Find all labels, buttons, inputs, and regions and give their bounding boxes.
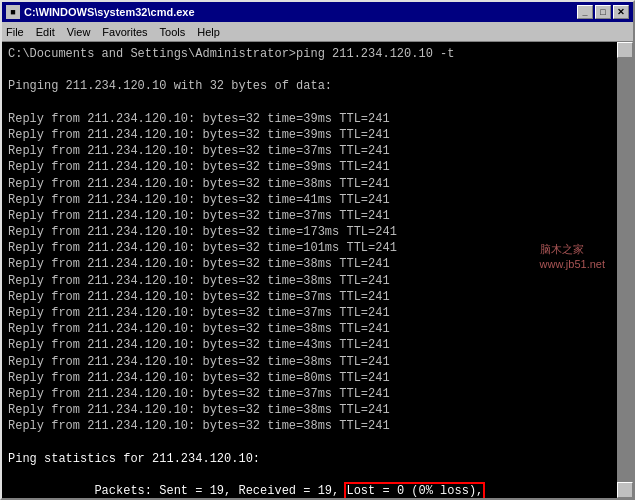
cmd-window: ■ C:\WINDOWS\system32\cmd.exe _ □ ✕ File…	[0, 0, 635, 500]
menu-favorites[interactable]: Favorites	[102, 26, 147, 38]
reply-line-2: Reply from 211.234.120.10: bytes=32 time…	[8, 127, 627, 143]
terminal-line	[8, 95, 627, 111]
terminal-blank	[8, 435, 627, 451]
watermark-line2: www.jb51.net	[540, 257, 605, 272]
cmd-icon: ■	[6, 5, 20, 19]
reply-line-10: Reply from 211.234.120.10: bytes=32 time…	[8, 256, 627, 272]
reply-line-14: Reply from 211.234.120.10: bytes=32 time…	[8, 321, 627, 337]
reply-line-8: Reply from 211.234.120.10: bytes=32 time…	[8, 224, 627, 240]
menu-file[interactable]: File	[6, 26, 24, 38]
reply-line-20: Reply from 211.234.120.10: bytes=32 time…	[8, 418, 627, 434]
reply-line-16: Reply from 211.234.120.10: bytes=32 time…	[8, 354, 627, 370]
title-bar: ■ C:\WINDOWS\system32\cmd.exe _ □ ✕	[2, 2, 633, 22]
scroll-track	[617, 58, 633, 482]
reply-line-13: Reply from 211.234.120.10: bytes=32 time…	[8, 305, 627, 321]
window-title: C:\WINDOWS\system32\cmd.exe	[24, 6, 195, 18]
reply-line-19: Reply from 211.234.120.10: bytes=32 time…	[8, 402, 627, 418]
menu-edit[interactable]: Edit	[36, 26, 55, 38]
reply-line-9: Reply from 211.234.120.10: bytes=32 time…	[8, 240, 627, 256]
reply-line-3: Reply from 211.234.120.10: bytes=32 time…	[8, 143, 627, 159]
maximize-button[interactable]: □	[595, 5, 611, 19]
reply-line-7: Reply from 211.234.120.10: bytes=32 time…	[8, 208, 627, 224]
scrollbar[interactable]: ▲ ▼	[617, 42, 633, 498]
menu-view[interactable]: View	[67, 26, 91, 38]
menu-help[interactable]: Help	[197, 26, 220, 38]
menu-bar: File Edit View Favorites Tools Help	[2, 22, 633, 42]
reply-line-4: Reply from 211.234.120.10: bytes=32 time…	[8, 159, 627, 175]
close-button[interactable]: ✕	[613, 5, 629, 19]
reply-line-11: Reply from 211.234.120.10: bytes=32 time…	[8, 273, 627, 289]
minimize-button[interactable]: _	[577, 5, 593, 19]
menu-tools[interactable]: Tools	[160, 26, 186, 38]
terminal-line	[8, 62, 627, 78]
reply-line-17: Reply from 211.234.120.10: bytes=32 time…	[8, 370, 627, 386]
terminal-content: C:\Documents and Settings\Administrator>…	[8, 46, 627, 498]
reply-line-5: Reply from 211.234.120.10: bytes=32 time…	[8, 176, 627, 192]
terminal-area: C:\Documents and Settings\Administrator>…	[2, 42, 633, 498]
terminal-line: Pinging 211.234.120.10 with 32 bytes of …	[8, 78, 627, 94]
lost-highlight: Lost = 0 (0% loss),	[346, 484, 483, 498]
title-bar-buttons: _ □ ✕	[577, 5, 629, 19]
ping-stats-packets: Packets: Sent = 19, Received = 19, Lost …	[8, 467, 627, 498]
reply-line-15: Reply from 211.234.120.10: bytes=32 time…	[8, 337, 627, 353]
scroll-down-button[interactable]: ▼	[617, 482, 633, 498]
watermark-line1: 脑木之家	[540, 242, 605, 257]
reply-line-6: Reply from 211.234.120.10: bytes=32 time…	[8, 192, 627, 208]
terminal-line: C:\Documents and Settings\Administrator>…	[8, 46, 627, 62]
packets-text: Packets: Sent = 19, Received = 19,	[66, 484, 347, 498]
reply-line-18: Reply from 211.234.120.10: bytes=32 time…	[8, 386, 627, 402]
reply-line-12: Reply from 211.234.120.10: bytes=32 time…	[8, 289, 627, 305]
watermark: 脑木之家 www.jb51.net	[540, 242, 605, 273]
ping-stats-header: Ping statistics for 211.234.120.10:	[8, 451, 627, 467]
scroll-up-button[interactable]: ▲	[617, 42, 633, 58]
reply-line-1: Reply from 211.234.120.10: bytes=32 time…	[8, 111, 627, 127]
title-bar-left: ■ C:\WINDOWS\system32\cmd.exe	[6, 5, 195, 19]
